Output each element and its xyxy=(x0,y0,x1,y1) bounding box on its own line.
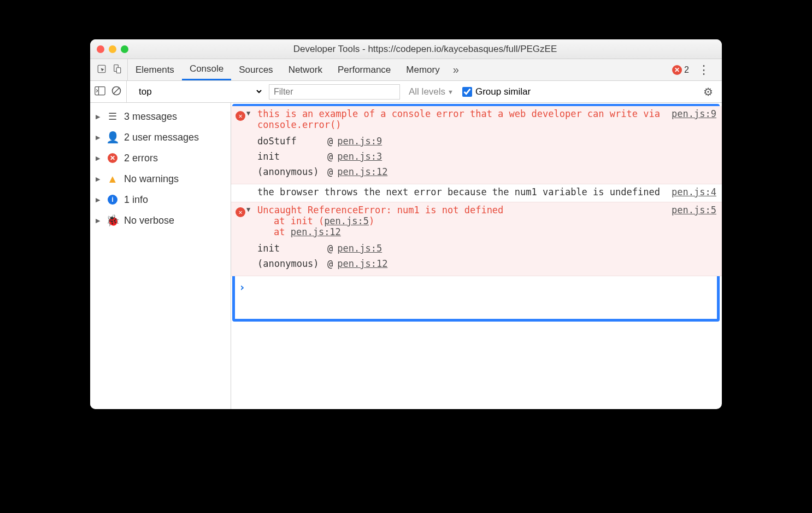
context-selector[interactable]: top xyxy=(132,84,263,100)
error-icon: ✕ xyxy=(236,109,245,121)
close-window-button[interactable] xyxy=(97,45,104,53)
error-icon: ✕ xyxy=(236,206,245,217)
group-similar-input[interactable] xyxy=(462,87,472,97)
svg-rect-3 xyxy=(95,86,105,95)
message-text: this is an example of a console error th… xyxy=(250,108,716,130)
stack-trace: init@pen.js:5 (anonymous)@pen.js:12 xyxy=(250,241,716,271)
stack-link[interactable]: pen.js:9 xyxy=(337,136,382,147)
sidebar-item-errors[interactable]: ▶✕2 errors xyxy=(90,148,231,168)
clear-console-icon[interactable] xyxy=(111,85,122,98)
stack-link[interactable]: pen.js:3 xyxy=(337,151,382,162)
tab-bar: Elements Console Sources Network Perform… xyxy=(90,59,722,81)
warning-icon: ▲ xyxy=(107,173,119,185)
toggle-device-icon[interactable] xyxy=(112,64,122,76)
list-icon: ☰ xyxy=(107,110,119,123)
error-count: 2 xyxy=(684,65,689,75)
source-link[interactable]: pen.js:5 xyxy=(672,205,716,215)
sidebar-item-info[interactable]: ▶i1 info xyxy=(90,189,231,210)
devtools-window: Developer Tools - https://codepen.io/kay… xyxy=(90,39,722,409)
console-prompt[interactable]: › xyxy=(231,276,722,298)
zoom-window-button[interactable] xyxy=(121,45,128,53)
stack-trace: doStuff@pen.js:9 init@pen.js:3 (anonymou… xyxy=(250,133,716,179)
stack-frame: (anonymous)@pen.js:12 xyxy=(250,256,716,271)
toggle-sidebar-icon[interactable] xyxy=(95,86,105,98)
minimize-window-button[interactable] xyxy=(109,45,116,53)
message-text: Uncaught ReferenceError: num1 is not def… xyxy=(250,205,716,237)
expand-toggle-icon[interactable]: ▼ xyxy=(246,109,250,117)
title-bar: Developer Tools - https://codepen.io/kay… xyxy=(90,39,722,59)
settings-menu-button[interactable]: ⋮ xyxy=(695,63,713,77)
traffic-lights xyxy=(97,45,128,53)
more-tabs-button[interactable]: » xyxy=(448,63,464,76)
tabs: Elements Console Sources Network Perform… xyxy=(128,59,464,80)
stack-link[interactable]: pen.js:12 xyxy=(337,258,387,269)
bug-icon: 🐞 xyxy=(107,214,119,226)
console-sidebar: ▶☰3 messages ▶👤2 user messages ▶✕2 error… xyxy=(90,103,231,409)
error-icon: ✕ xyxy=(672,65,682,75)
window-title: Developer Tools - https://codepen.io/kay… xyxy=(135,44,715,55)
source-link[interactable]: pen.js:4 xyxy=(672,186,716,197)
stack-link[interactable]: pen.js:12 xyxy=(337,166,387,177)
svg-rect-2 xyxy=(116,67,121,73)
source-link[interactable]: pen.js:9 xyxy=(672,108,716,119)
inspect-element-icon[interactable] xyxy=(97,64,107,76)
console-output: ✕ ▼ pen.js:9 this is an example of a con… xyxy=(231,103,722,409)
stack-frame: doStuff@pen.js:9 xyxy=(250,133,716,149)
stack-frame: (anonymous)@pen.js:12 xyxy=(250,164,716,179)
tab-memory[interactable]: Memory xyxy=(398,59,447,80)
error-icon: ✕ xyxy=(107,152,119,164)
message-text: the browser throws the next error becaus… xyxy=(250,186,716,197)
error-count-badge[interactable]: ✕ 2 xyxy=(672,65,689,75)
log-levels-dropdown[interactable]: All levels ▼ xyxy=(405,86,457,97)
sidebar-item-verbose[interactable]: ▶🐞No verbose xyxy=(90,210,231,231)
stack-link[interactable]: pen.js:12 xyxy=(291,226,341,237)
tab-sources[interactable]: Sources xyxy=(231,59,280,80)
sidebar-item-user-messages[interactable]: ▶👤2 user messages xyxy=(90,127,231,148)
stack-link[interactable]: pen.js:5 xyxy=(337,243,382,254)
stack-frame: init@pen.js:3 xyxy=(250,149,716,164)
tab-performance[interactable]: Performance xyxy=(330,59,398,80)
group-similar-label: Group similar xyxy=(475,86,531,97)
sidebar-item-messages[interactable]: ▶☰3 messages xyxy=(90,106,231,127)
tab-network[interactable]: Network xyxy=(281,59,330,80)
console-toolbar: top All levels ▼ Group similar ⚙ xyxy=(90,81,722,103)
stack-frame: init@pen.js:5 xyxy=(250,241,716,256)
sidebar-item-warnings[interactable]: ▶▲No warnings xyxy=(90,168,231,189)
console-settings-icon[interactable]: ⚙ xyxy=(703,85,717,98)
info-icon: i xyxy=(107,194,119,206)
console-message-log[interactable]: pen.js:4 the browser throws the next err… xyxy=(231,184,722,202)
group-similar-checkbox[interactable]: Group similar xyxy=(462,86,531,97)
console-message-error[interactable]: ✕ ▼ pen.js:9 this is an example of a con… xyxy=(231,106,722,184)
expand-toggle-icon[interactable]: ▼ xyxy=(246,206,250,213)
console-message-error[interactable]: ✕ ▼ pen.js:5 Uncaught ReferenceError: nu… xyxy=(231,202,722,276)
user-icon: 👤 xyxy=(107,131,119,143)
tab-console[interactable]: Console xyxy=(182,59,231,80)
svg-line-6 xyxy=(114,88,119,94)
stack-link[interactable]: pen.js:5 xyxy=(324,215,369,226)
filter-input[interactable] xyxy=(269,84,400,100)
tab-elements[interactable]: Elements xyxy=(128,59,182,80)
